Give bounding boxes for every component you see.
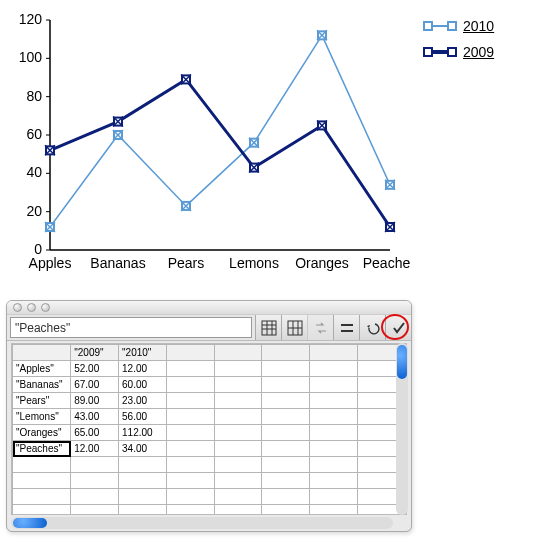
data-cell[interactable] (262, 361, 310, 377)
data-cell[interactable] (262, 441, 310, 457)
data-cell[interactable] (262, 377, 310, 393)
column-header[interactable] (262, 345, 310, 361)
data-cell[interactable] (310, 505, 358, 516)
data-cell[interactable] (166, 377, 214, 393)
data-cell[interactable] (166, 441, 214, 457)
data-cell[interactable] (71, 457, 119, 473)
data-cell[interactable]: 12.00 (119, 361, 167, 377)
row-icon[interactable] (333, 315, 359, 340)
data-cell[interactable] (214, 377, 262, 393)
data-cell[interactable] (214, 425, 262, 441)
row-header-cell[interactable]: "Bananas" (13, 377, 71, 393)
data-cell[interactable] (166, 361, 214, 377)
data-cell[interactable]: 43.00 (71, 409, 119, 425)
data-cell[interactable]: 67.00 (71, 377, 119, 393)
scrollbar-thumb[interactable] (13, 518, 47, 528)
data-cell[interactable] (310, 441, 358, 457)
data-cell[interactable]: 52.00 (71, 361, 119, 377)
row-header-cell[interactable] (13, 457, 71, 473)
data-cell[interactable] (119, 473, 167, 489)
data-cell[interactable] (262, 409, 310, 425)
column-view-icon[interactable] (281, 315, 307, 340)
svg-rect-58 (262, 321, 276, 335)
row-header-cell[interactable] (13, 505, 71, 516)
svg-text:20: 20 (26, 203, 42, 219)
data-cell[interactable]: 56.00 (119, 409, 167, 425)
data-cell[interactable] (310, 361, 358, 377)
svg-text:Oranges: Oranges (295, 255, 349, 271)
data-cell[interactable] (166, 409, 214, 425)
data-cell[interactable]: 89.00 (71, 393, 119, 409)
column-header[interactable]: "2010" (119, 345, 167, 361)
legend-item[interactable]: 2010 (425, 18, 535, 34)
data-cell[interactable] (310, 377, 358, 393)
data-cell[interactable] (71, 473, 119, 489)
data-cell[interactable] (262, 505, 310, 516)
window-minimize-button[interactable] (27, 303, 36, 312)
data-cell[interactable] (262, 457, 310, 473)
window-close-button[interactable] (13, 303, 22, 312)
row-header-cell[interactable] (13, 489, 71, 505)
data-cell[interactable] (71, 489, 119, 505)
data-cell[interactable] (214, 393, 262, 409)
data-cell[interactable]: 60.00 (119, 377, 167, 393)
data-cell[interactable]: 112.00 (119, 425, 167, 441)
data-cell[interactable] (310, 425, 358, 441)
data-cell[interactable]: 65.00 (71, 425, 119, 441)
data-cell[interactable]: 12.00 (71, 441, 119, 457)
row-header-cell[interactable] (13, 473, 71, 489)
data-cell[interactable] (214, 441, 262, 457)
column-header[interactable] (214, 345, 262, 361)
data-cell[interactable] (262, 425, 310, 441)
scrollbar-thumb[interactable] (397, 345, 407, 379)
data-cell[interactable] (166, 473, 214, 489)
column-header[interactable] (13, 345, 71, 361)
row-header-cell[interactable]: "Oranges" (13, 425, 71, 441)
data-cell[interactable] (214, 409, 262, 425)
spreadsheet-grid[interactable]: "2009""2010""Apples"52.0012.00"Bananas"6… (11, 343, 407, 515)
data-cell[interactable] (310, 409, 358, 425)
horizontal-scrollbar[interactable] (11, 517, 393, 529)
data-cell[interactable] (262, 393, 310, 409)
data-cell[interactable] (262, 473, 310, 489)
column-header[interactable] (310, 345, 358, 361)
data-cell[interactable] (119, 457, 167, 473)
data-cell[interactable] (214, 489, 262, 505)
data-cell[interactable] (166, 489, 214, 505)
undo-icon[interactable] (359, 315, 385, 340)
row-header-cell[interactable]: "Pears" (13, 393, 71, 409)
legend-swatch (425, 25, 455, 27)
line-chart: 020406080100120ApplesBananasPearsLemonsO… (10, 10, 410, 280)
data-cell[interactable] (71, 505, 119, 516)
data-cell[interactable] (119, 489, 167, 505)
formula-input[interactable]: "Peaches" (10, 317, 252, 338)
legend-item[interactable]: 2009 (425, 44, 535, 60)
data-cell[interactable] (166, 457, 214, 473)
data-cell[interactable] (214, 361, 262, 377)
data-cell[interactable] (262, 489, 310, 505)
datasheet-icon[interactable] (255, 315, 281, 340)
checkmark-icon[interactable] (385, 315, 411, 340)
row-header-cell[interactable]: "Peaches" (13, 441, 71, 457)
data-cell[interactable]: 23.00 (119, 393, 167, 409)
window-zoom-button[interactable] (41, 303, 50, 312)
data-cell[interactable] (310, 473, 358, 489)
vertical-scrollbar[interactable] (396, 343, 408, 515)
row-header-cell[interactable]: "Lemons" (13, 409, 71, 425)
data-cell[interactable] (119, 505, 167, 516)
data-cell[interactable] (214, 457, 262, 473)
data-cell[interactable] (214, 505, 262, 516)
data-cell[interactable] (166, 425, 214, 441)
legend-swatch (425, 50, 455, 55)
data-cell[interactable] (214, 473, 262, 489)
data-cell[interactable]: 34.00 (119, 441, 167, 457)
column-header[interactable]: "2009" (71, 345, 119, 361)
data-cell[interactable] (310, 489, 358, 505)
data-cell[interactable] (310, 457, 358, 473)
data-cell[interactable] (310, 393, 358, 409)
row-header-cell[interactable]: "Apples" (13, 361, 71, 377)
data-cell[interactable] (166, 505, 214, 516)
svg-text:Peaches: Peaches (363, 255, 410, 271)
column-header[interactable] (166, 345, 214, 361)
data-cell[interactable] (166, 393, 214, 409)
